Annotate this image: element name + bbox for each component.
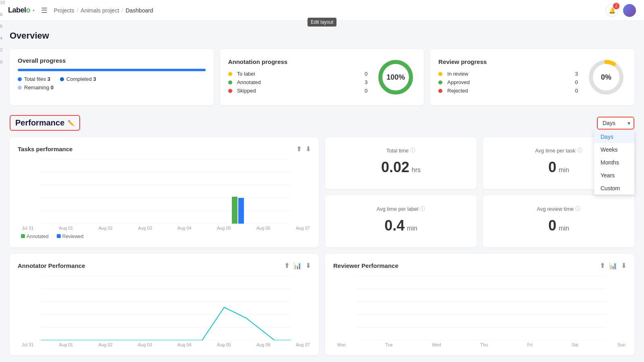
annotator-download-icon[interactable]: ⬇ xyxy=(305,262,311,269)
in-review-value: 3 xyxy=(575,71,578,77)
breadcrumb-animals[interactable]: Animals project xyxy=(80,7,119,14)
reviewer-download-icon[interactable]: ⬇ xyxy=(621,262,626,269)
breadcrumb-projects[interactable]: Projects xyxy=(54,7,74,14)
approved-text: Approved xyxy=(447,79,470,85)
bar-aug06-reviewed xyxy=(238,198,244,224)
annotated-text: Annotated xyxy=(237,79,261,85)
annotated-value: 3 xyxy=(365,79,367,85)
in-review-text: In review xyxy=(447,71,468,77)
annotator-line xyxy=(41,307,291,340)
menu-icon[interactable]: ☰ xyxy=(41,6,47,15)
total-files-label: Total files xyxy=(24,76,46,82)
notification-button[interactable]: 🔔 2 xyxy=(605,4,618,17)
progress-bar xyxy=(18,69,206,71)
header-right: 🔔 2 xyxy=(605,4,636,17)
annotator-perf-icons: ⬆ 📊 ⬇ xyxy=(284,262,311,269)
x-aug04: Aug 04 xyxy=(178,226,192,230)
remaining-dot xyxy=(18,86,22,90)
remaining-label: Remaining xyxy=(24,84,49,90)
ax-aug01: Aug 01 xyxy=(59,342,73,347)
annotator-perf-card: Annotator Performance ⬆ 📊 ⬇ 10 8 6 4 2 0 xyxy=(10,254,319,355)
to-label-label: To label xyxy=(228,71,255,77)
approved-dot xyxy=(438,80,442,84)
dropdown-item-custom[interactable]: Custom xyxy=(594,182,634,195)
dropdown-item-days[interactable]: Days xyxy=(594,130,634,143)
performance-header: Performance ✏️ Days Weeks Months Years C… xyxy=(10,115,634,131)
dropdown-menu: Days Weeks Months Years Custom xyxy=(594,130,634,195)
review-donut-text: 0% xyxy=(601,73,611,82)
annotator-bar-icon[interactable]: 📊 xyxy=(293,262,301,269)
avg-per-label-label-text: Avg time per label xyxy=(377,206,419,212)
cards-row: Overall progress Total files 3 Completed… xyxy=(10,49,634,105)
avatar[interactable] xyxy=(623,4,636,17)
approved-label: Approved xyxy=(438,79,470,85)
annotator-chart-wrapper: 10 8 6 4 2 0 xyxy=(18,276,311,347)
days-select-wrapper[interactable]: Days Weeks Months Years Custom ▾ xyxy=(597,117,634,130)
x-aug05: Aug 05 xyxy=(217,226,231,230)
avg-per-label-info-icon[interactable]: ⓘ xyxy=(420,205,425,212)
tasks-perf-icons: ⬆ ⬇ xyxy=(296,145,311,153)
tasks-legend: Annotated Reviewed xyxy=(21,234,311,239)
reviewer-upload-icon[interactable]: ⬆ xyxy=(600,262,605,269)
page-title: Overview xyxy=(10,31,634,41)
annotation-progress-title: Annotation progress xyxy=(228,58,368,65)
total-time-value: 0.02 xyxy=(381,159,409,175)
rx-wed: Wed xyxy=(432,342,441,347)
remaining-value: 0 xyxy=(51,84,54,90)
reviewer-chart-svg xyxy=(336,276,626,340)
annot-row-annotated: Annotated 3 xyxy=(228,79,368,85)
breadcrumb: Projects / Animals project / Dashboard xyxy=(54,7,153,14)
annotated-label: Annotated xyxy=(228,79,261,85)
progress-bar-fill xyxy=(18,69,206,71)
legend-annotated-dot xyxy=(21,234,25,238)
tasks-performance-card: Tasks performance ⬆ ⬇ 10 8 6 4 2 0 xyxy=(10,137,319,247)
days-select[interactable]: Days Weeks Months Years Custom xyxy=(598,117,634,129)
avg-per-label-card: Avg time per label ⓘ 0.4 min xyxy=(325,195,477,247)
edit-layout-icon[interactable]: ✏️ xyxy=(68,120,74,126)
annotation-info: Annotation progress To label 0 Annotated… xyxy=(228,58,368,96)
share-icon[interactable]: ⬆ xyxy=(296,145,301,153)
total-time-label-text: Total time xyxy=(386,148,409,154)
completed-label: Completed xyxy=(66,76,92,82)
review-progress-card: Review progress In review 3 Approved 0 xyxy=(430,49,634,105)
total-time-card: Total time ⓘ 0.02 hrs xyxy=(325,137,477,189)
dropdown-item-years[interactable]: Years xyxy=(594,169,634,182)
avg-review-unit: min xyxy=(559,225,569,232)
reviewer-perf-title: Reviewer Performance xyxy=(333,262,398,269)
dropdown-item-months[interactable]: Months xyxy=(594,156,634,169)
main-content: Overview Overall progress Total files 3 xyxy=(0,21,644,362)
ry-2: 2 xyxy=(0,47,5,52)
avg-review-value: 0 xyxy=(548,217,556,234)
annotator-perf-title: Annotator Performance xyxy=(18,262,85,269)
performance-title-text: Performance xyxy=(15,118,64,128)
overall-progress-title: Overall progress xyxy=(18,57,66,64)
breadcrumb-current: Dashboard xyxy=(126,7,153,14)
avg-review-info-icon[interactable]: ⓘ xyxy=(575,205,580,212)
rx-mon: Mon xyxy=(337,342,346,347)
total-time-label: Total time ⓘ xyxy=(333,147,469,154)
to-label-dot xyxy=(228,72,232,76)
reviewer-bar-icon[interactable]: 📊 xyxy=(609,262,617,269)
metrics-grid: Total time ⓘ 0.02 hrs Avg time per task … xyxy=(325,137,634,247)
total-time-info-icon[interactable]: ⓘ xyxy=(410,147,415,154)
rx-tue: Tue xyxy=(385,342,393,347)
avg-per-label-value: 0.4 xyxy=(384,217,405,234)
annotator-chart-svg xyxy=(21,276,311,340)
ax-aug05: Aug 05 xyxy=(217,342,231,347)
dropdown-item-weeks[interactable]: Weeks xyxy=(594,143,634,156)
rx-sun: Sun xyxy=(617,342,625,347)
completed-dot xyxy=(60,77,64,81)
logo-text: Labelo xyxy=(8,6,30,14)
avg-per-label-label: Avg time per label ⓘ xyxy=(333,205,469,212)
in-review-label: In review xyxy=(438,71,468,77)
progress-stats: Total files 3 Completed 3 xyxy=(18,76,206,82)
download-icon[interactable]: ⬇ xyxy=(305,145,311,153)
ax-aug03: Aug 03 xyxy=(138,342,152,347)
annotation-progress-card: Annotation progress To label 0 Annotated… xyxy=(220,49,424,105)
annot-row-to-label: To label 0 xyxy=(228,71,368,77)
annotator-upload-icon[interactable]: ⬆ xyxy=(284,262,289,269)
avg-per-task-info-icon[interactable]: ⓘ xyxy=(577,147,582,154)
tasks-chart-svg xyxy=(21,159,311,224)
days-select-container: Days Weeks Months Years Custom ▾ Days We… xyxy=(597,117,634,130)
remaining-stats: Remaining 0 xyxy=(18,84,206,90)
